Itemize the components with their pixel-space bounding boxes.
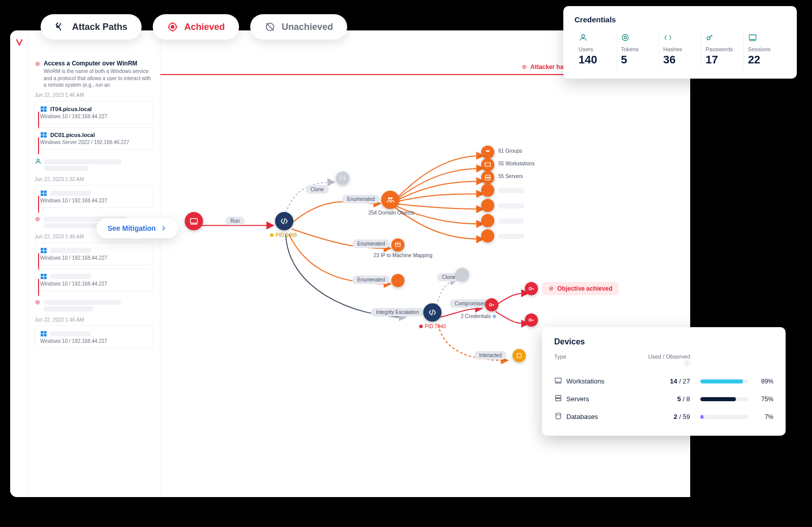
credential-stat: Tokens5: [617, 31, 659, 68]
svg-rect-39: [395, 243, 400, 247]
node-ghost: [336, 171, 349, 185]
svg-rect-31: [44, 331, 47, 334]
target-off-icon: [264, 21, 276, 32]
host-card[interactable]: DC01.picus.local Windows Server 2022 / 1…: [35, 127, 154, 150]
device-name: Workstations: [566, 377, 604, 385]
col-used: Used / Observed ⓘ: [642, 354, 690, 367]
svg-point-51: [582, 34, 585, 38]
host-meta: Windows Server 2022 / 192.168.46.227: [40, 139, 148, 145]
node-start[interactable]: [185, 212, 203, 230]
target-icon: [35, 61, 41, 67]
node-leaf[interactable]: [481, 184, 494, 197]
node-credentials[interactable]: [485, 298, 498, 311]
windows-icon: [40, 131, 47, 138]
host-name: IT04.picus.local: [50, 106, 92, 112]
node-domain-objects[interactable]: [381, 191, 399, 209]
see-mitigation-button[interactable]: See Mitigation: [96, 218, 178, 238]
user-icon: [35, 158, 42, 165]
node-leaf[interactable]: [481, 199, 494, 212]
svg-point-19: [37, 219, 38, 220]
node-hub[interactable]: [275, 212, 293, 230]
node-interacted[interactable]: [513, 349, 526, 362]
svg-point-41: [529, 288, 531, 290]
host-card[interactable]: Windows 10 / 192.168.44.227: [35, 268, 154, 291]
device-count: 14 / 27: [642, 377, 690, 385]
svg-rect-6: [44, 107, 47, 109]
svg-rect-9: [41, 132, 43, 135]
node-key[interactable]: [525, 313, 538, 327]
stat-value: 36: [663, 53, 697, 66]
device-pct: 7%: [753, 413, 773, 420]
svg-rect-11: [41, 135, 43, 138]
credential-stat: Users140: [574, 31, 617, 68]
chevron-right-icon: [160, 225, 167, 232]
device-bar: [700, 379, 748, 383]
device-name: Servers: [566, 395, 589, 403]
svg-point-52: [622, 34, 628, 41]
host-card[interactable]: Windows 10 / 192.168.44.227: [35, 242, 154, 265]
node-leaf[interactable]: [481, 146, 494, 159]
edge-label-enum: Enumerated: [352, 275, 390, 284]
windows-icon: [40, 273, 47, 280]
tab-label: Attack Paths: [72, 22, 127, 32]
svg-rect-15: [44, 191, 47, 193]
svg-rect-49: [485, 175, 490, 177]
device-count: 2 / 59: [642, 413, 690, 420]
target-icon: [35, 299, 41, 305]
node-key[interactable]: [525, 282, 538, 295]
tab-label: Achieved: [184, 22, 225, 32]
node-leaf[interactable]: [481, 214, 494, 227]
node-leaf[interactable]: [481, 229, 494, 242]
svg-point-46: [486, 150, 488, 152]
svg-rect-14: [41, 191, 43, 193]
windows-icon: [40, 247, 47, 254]
stat-value: 140: [579, 53, 612, 66]
node-label: 23 IP to Machine Mapping: [374, 253, 432, 258]
target-icon: [35, 216, 41, 222]
host-name: DC01.picus.local: [50, 132, 95, 138]
node-ghost: [456, 268, 469, 281]
svg-rect-24: [41, 274, 43, 276]
timestamp: Jun 22, 2023 1:32 AM: [35, 177, 154, 182]
attack-list-panel: Access a Computer over WinRM WinRM is th…: [28, 30, 160, 497]
target-icon: [167, 21, 178, 32]
node-leaf[interactable]: [481, 158, 494, 171]
tab-attack-paths[interactable]: Attack Paths: [41, 14, 142, 40]
stat-label: Passwords: [705, 46, 739, 52]
node-leaf[interactable]: [481, 171, 494, 184]
attack-title[interactable]: Access a Computer over WinRM: [44, 60, 154, 67]
svg-rect-26: [41, 277, 43, 279]
node-enum3[interactable]: [391, 274, 404, 287]
timestamp: Jun 22, 2023 1:46 AM: [35, 92, 154, 98]
leaf-label: 61 Groups: [498, 148, 522, 154]
device-icon: [554, 394, 562, 404]
credential-stat: Sessions22: [744, 31, 786, 68]
svg-rect-16: [41, 194, 43, 196]
edge-label-enum: Enumerated: [342, 195, 380, 203]
svg-rect-36: [190, 219, 197, 223]
host-card[interactable]: Windows 10 / 192.168.44.227: [35, 326, 154, 348]
svg-rect-32: [41, 334, 43, 337]
windows-icon: [40, 190, 47, 197]
node-escalation[interactable]: [423, 303, 442, 322]
stat-label: Users: [579, 46, 612, 52]
node-label: 254 Domain Objects: [368, 210, 415, 216]
node-ipmap[interactable]: [391, 238, 404, 252]
svg-point-59: [556, 413, 560, 415]
tab-achieved[interactable]: Achieved: [153, 14, 239, 40]
svg-rect-50: [485, 178, 490, 180]
stat-icon: [579, 33, 612, 44]
tab-unachieved[interactable]: Unachieved: [250, 14, 347, 40]
svg-rect-12: [44, 135, 47, 138]
device-pct: 89%: [753, 378, 773, 385]
svg-rect-17: [44, 194, 47, 196]
stat-value: 5: [621, 53, 654, 66]
edge-label-interacted: Interacted: [474, 351, 506, 360]
host-card[interactable]: Windows 10 / 192.168.44.227: [35, 185, 154, 208]
device-name: Databases: [566, 413, 598, 420]
svg-rect-5: [41, 107, 43, 109]
svg-rect-55: [749, 35, 756, 40]
host-card[interactable]: IT04.picus.local Windows 10 / 192.168.44…: [35, 101, 154, 124]
device-icon: [554, 376, 562, 386]
svg-point-29: [37, 302, 38, 303]
